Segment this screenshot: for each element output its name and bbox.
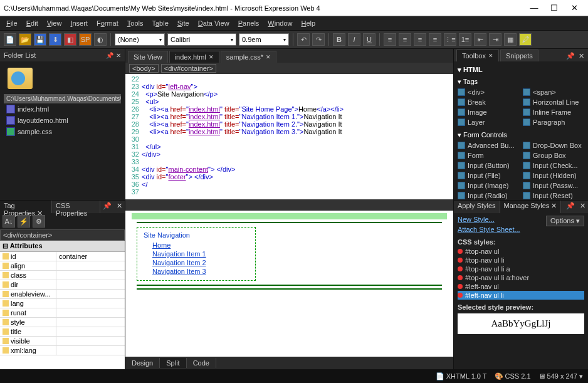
tab-manage-styles[interactable]: Manage Styles ✕	[500, 201, 562, 213]
attr-row[interactable]: enableview...	[0, 290, 125, 299]
toolbox-item[interactable]: Paragraph	[522, 118, 585, 127]
toolbox-item[interactable]: Horizontal Line	[522, 98, 585, 107]
toolbox-item[interactable]: Layer	[456, 118, 520, 127]
underline-icon[interactable]: U	[363, 33, 375, 46]
bullets-icon[interactable]: ⋮≡	[444, 33, 456, 46]
new-icon[interactable]: 📄	[4, 33, 16, 46]
tab-site-view[interactable]: Site View	[128, 51, 168, 63]
menu-panels[interactable]: Panels	[234, 18, 263, 28]
align-right-icon[interactable]: ≡	[414, 33, 426, 46]
status-css[interactable]: 🎨 CSS 2.1	[495, 372, 531, 380]
tag-selector[interactable]: <div#container>	[0, 229, 125, 241]
toolbox-item[interactable]: Input (Reset)	[522, 191, 585, 200]
toolbox-item[interactable]: Form	[456, 151, 520, 160]
options-button[interactable]: Options ▾	[546, 216, 584, 226]
tab-tag-properties[interactable]: Tag Properties ✕	[0, 201, 52, 213]
toolbox-item[interactable]: Break	[456, 98, 520, 107]
publish-icon[interactable]: ◐	[94, 33, 107, 46]
nav-link[interactable]: Navigation Item 3	[152, 268, 249, 275]
toolbox-item[interactable]: Advanced Bu...	[456, 141, 520, 150]
crumb-body[interactable]: <body>	[129, 64, 159, 73]
attr-row[interactable]: visible	[0, 337, 125, 346]
indent-icon[interactable]: ⇥	[489, 33, 501, 46]
file-item[interactable]: layoutdemo.html	[4, 115, 121, 126]
tab-css-properties[interactable]: CSS Properties	[52, 201, 100, 213]
numbering-icon[interactable]: 1≡	[459, 33, 471, 46]
highlight-icon[interactable]: 🖍	[519, 33, 532, 46]
toolbox-item[interactable]: Drop-Down Box	[522, 141, 585, 150]
attr-row[interactable]: idcontainer	[0, 252, 125, 261]
borders-icon[interactable]: ▦	[504, 33, 517, 46]
menu-dataview[interactable]: Data View	[194, 18, 233, 28]
menu-edit[interactable]: Edit	[23, 18, 42, 28]
menu-file[interactable]: File	[3, 18, 21, 28]
toolbox-item[interactable]: Input (Check...	[522, 161, 585, 170]
menu-view[interactable]: View	[43, 18, 66, 28]
close-icon[interactable]: ✕	[209, 54, 214, 60]
file-item[interactable]: sample.css	[4, 126, 121, 137]
sort-icon[interactable]: A↓	[3, 215, 15, 228]
attr-row[interactable]: runat	[0, 308, 125, 318]
saveall-icon[interactable]: ⬇	[49, 33, 61, 46]
menu-window[interactable]: Window	[264, 18, 296, 28]
code-editor[interactable]: 22232425262728293031323334353637 <div id…	[125, 74, 453, 199]
css-rule[interactable]: #left-nav ul li	[458, 291, 584, 300]
toolbox-item[interactable]: Input (Button)	[456, 161, 520, 170]
justify-icon[interactable]: ≡	[429, 33, 441, 46]
italic-icon[interactable]: I	[348, 33, 360, 46]
folder-path[interactable]: C:\Users\Muhammad.Waqas\Documents\M	[4, 94, 121, 103]
pin-icon[interactable]: 📌	[564, 201, 577, 213]
scrollbar-h[interactable]	[125, 199, 453, 208]
outdent-icon[interactable]: ⇤	[474, 33, 486, 46]
attr-row[interactable]: dir	[0, 280, 125, 290]
align-left-icon[interactable]: ≡	[384, 33, 396, 46]
new-style-link[interactable]: New Style...	[458, 216, 495, 223]
close-button[interactable]: ✕	[564, 2, 584, 14]
close-icon[interactable]: ✕	[577, 51, 585, 61]
css-rule[interactable]: #left-nav ul	[458, 282, 584, 291]
menu-tools[interactable]: Tools	[123, 18, 147, 28]
section-forms[interactable]: ▾ Form Controls	[456, 129, 585, 141]
toolbox-item[interactable]: Input (Hidden)	[522, 171, 585, 180]
style-select[interactable]: (None)▾	[115, 33, 165, 46]
file-item[interactable]: index.html	[4, 103, 121, 115]
attr-row[interactable]: lang	[0, 299, 125, 308]
tab-sample-css[interactable]: sample.css*✕	[221, 51, 276, 63]
left-nav-preview[interactable]: Site Navigation Home Navigation Item 1 N…	[137, 227, 256, 281]
toolbox-item[interactable]: Group Box	[522, 151, 585, 160]
css-rule[interactable]: #top-nav ul	[458, 247, 584, 256]
toolbox-item[interactable]: Image	[456, 108, 520, 117]
site-folder-icon[interactable]	[8, 68, 33, 89]
nav-link[interactable]: Navigation Item 1	[152, 250, 249, 258]
toolbox-item[interactable]: Inline Frame	[522, 108, 585, 117]
view-code[interactable]: Code	[187, 358, 216, 368]
tab-apply-styles[interactable]: Apply Styles	[454, 201, 500, 213]
code-lines[interactable]: <div id="left-nav"> <p>Site Navigation</…	[142, 74, 453, 199]
toolbox-item[interactable]: Input (Radio)	[456, 191, 520, 200]
font-select[interactable]: Calibri▾	[167, 33, 236, 46]
close-icon[interactable]: ✕	[116, 52, 121, 59]
align-center-icon[interactable]: ≡	[399, 33, 411, 46]
close-icon[interactable]: ✕	[577, 201, 588, 213]
status-size[interactable]: 🖥 549 x 247 ▾	[538, 372, 583, 380]
attr-row[interactable]: align	[0, 261, 125, 271]
minimize-button[interactable]: —	[524, 2, 544, 14]
superpreview-icon[interactable]: SP	[79, 33, 92, 46]
size-select[interactable]: 0.9em▾	[239, 33, 289, 46]
design-preview[interactable]: Site Navigation Home Navigation Item 1 N…	[125, 208, 453, 357]
attr-row[interactable]: class	[0, 271, 125, 280]
events-icon[interactable]: ⚙	[33, 215, 45, 228]
redo-icon[interactable]: ↷	[312, 33, 325, 46]
pin-icon[interactable]: 📌	[100, 201, 114, 213]
maximize-button[interactable]: ☐	[544, 2, 564, 14]
nav-link[interactable]: Home	[152, 241, 249, 249]
toolbox-item[interactable]: Input (Passw...	[522, 181, 585, 190]
save-icon[interactable]: 💾	[34, 33, 46, 46]
attr-row[interactable]: xml:lang	[0, 346, 125, 355]
menu-insert[interactable]: Insert	[66, 18, 92, 28]
filter-icon[interactable]: ⚡	[18, 215, 30, 228]
menu-site[interactable]: Site	[174, 18, 193, 28]
preview-icon[interactable]: ◧	[64, 33, 76, 46]
undo-icon[interactable]: ↶	[297, 33, 310, 46]
nav-link[interactable]: Navigation Item 2	[152, 259, 249, 266]
